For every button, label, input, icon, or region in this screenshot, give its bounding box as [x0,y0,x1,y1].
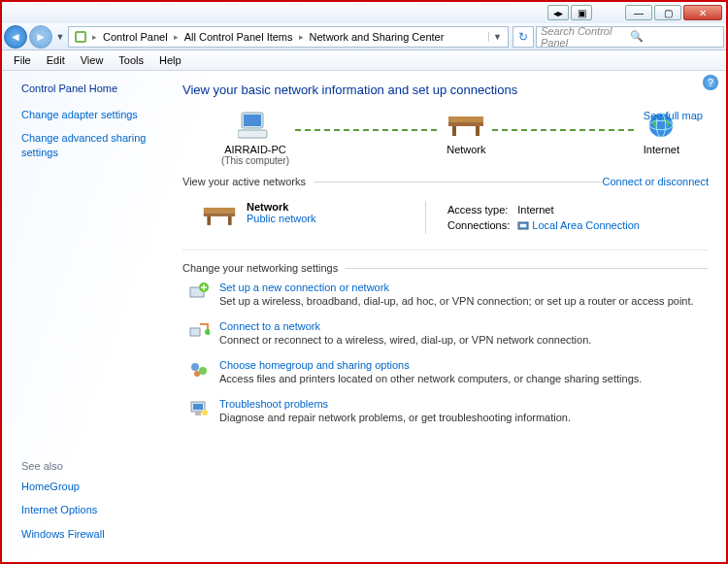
svg-rect-3 [244,115,261,126]
setting-desc: Diagnose and repair network problems, or… [219,412,571,423]
chevron-right-icon: ▸ [90,32,99,42]
breadcrumb-item[interactable]: All Control Panel Items [181,31,297,43]
access-type-value: Internet [517,203,645,216]
close-button[interactable]: ✕ [683,5,722,20]
body: Control Panel Home Change adapter settin… [2,71,726,562]
nic-icon [517,219,529,231]
svg-rect-27 [195,412,201,415]
diagram-node-computer: AIRRAID-PC (This computer) [221,111,289,166]
setting-item: Connect to a network Connect or reconnec… [188,320,709,346]
menu-file[interactable]: File [6,52,39,68]
node-label: Network [447,144,485,155]
main-content: ? View your basic network information an… [173,71,726,562]
refresh-button[interactable]: ↻ [513,26,534,48]
setting-title-link[interactable]: Connect to a network [219,320,591,332]
bench-icon [202,201,237,230]
change-settings-header: Change your networking settings [182,262,709,274]
connection-link[interactable]: Local Area Connection [532,219,640,231]
search-input[interactable]: Search Control Panel 🔍 [536,26,724,48]
active-network-block: Network Public network Access type: Inte… [182,195,709,250]
back-button[interactable]: ◄ [4,25,27,49]
ribbon-btn-2[interactable]: ▣ [571,5,592,20]
svg-rect-14 [207,216,211,225]
svg-rect-26 [193,404,203,410]
svg-rect-17 [520,224,526,227]
diagram-node-network: Network [447,111,485,166]
menubar: File Edit View Tools Help [2,50,726,71]
connect-network-icon [188,320,210,342]
search-placeholder: Search Control Panel [541,25,630,49]
access-type-label: Access type: [447,203,515,216]
menu-help[interactable]: Help [151,52,189,68]
node-label: AIRRAID-PC [224,144,286,155]
breadcrumb-dropdown[interactable]: ▼ [488,32,506,42]
svg-rect-12 [204,208,235,213]
svg-rect-15 [228,216,232,225]
connect-disconnect-link[interactable]: Connect or disconnect [603,176,709,187]
svg-rect-13 [204,213,235,216]
page-title: View your basic network information and … [182,83,709,97]
help-icon[interactable]: ? [703,75,718,90]
svg-rect-8 [476,126,480,136]
homegroup-icon [188,359,210,381]
seealso-internet-options[interactable]: Internet Options [21,503,161,516]
node-label: Internet [644,144,679,155]
chevron-right-icon: ▸ [297,32,306,42]
ribbon-btn-1[interactable]: ◂▸ [547,5,569,20]
svg-point-23 [199,367,207,375]
seealso-homegroup[interactable]: HomeGroup [21,480,161,493]
setting-item: Choose homegroup and sharing options Acc… [188,359,709,384]
network-type-link[interactable]: Public network [247,213,316,224]
setting-title-link[interactable]: Troubleshoot problems [219,398,571,410]
seealso-firewall[interactable]: Windows Firewall [21,527,161,541]
connection-line [295,129,441,131]
sidebar-link-adapter[interactable]: Change adapter settings [21,108,161,121]
active-networks-header: View your active networks Connect or dis… [182,176,709,187]
node-sublabel: (This computer) [221,155,289,166]
control-panel-icon [73,29,88,45]
navbar: ◄ ► ▼ ▸ Control Panel ▸ All Control Pane… [2,23,726,50]
svg-point-22 [191,363,199,371]
connections-label: Connections: [447,218,515,232]
bench-icon [447,111,485,140]
setting-desc: Access files and printers located on oth… [219,373,642,384]
window: ◂▸ ▣ — ▢ ✕ ◄ ► ▼ ▸ Control Panel ▸ All C… [0,0,728,564]
setting-title-link[interactable]: Set up a new connection or network [219,282,694,293]
setting-title-link[interactable]: Choose homegroup and sharing options [219,359,642,371]
breadcrumb[interactable]: ▸ Control Panel ▸ All Control Panel Item… [68,26,509,48]
search-icon[interactable]: 🔍 [630,30,719,43]
breadcrumb-item[interactable]: Control Panel [99,31,172,43]
svg-point-24 [194,371,200,377]
network-diagram: AIRRAID-PC (This computer) Network Inter… [182,111,709,166]
svg-rect-4 [238,130,267,138]
new-connection-icon [188,282,210,303]
network-name: Network [247,201,316,213]
setting-desc: Set up a wireless, broadband, dial-up, a… [219,295,694,307]
menu-view[interactable]: View [73,52,112,68]
menu-tools[interactable]: Tools [111,52,151,68]
connection-line [492,129,638,131]
setting-item: Set up a new connection or network Set u… [188,282,709,307]
sidebar-link-sharing[interactable]: Change advanced sharing settings [21,131,161,159]
history-dropdown[interactable]: ▼ [54,32,66,42]
maximize-button[interactable]: ▢ [654,5,681,20]
svg-rect-5 [448,116,483,122]
section-label: View your active networks [182,176,306,187]
troubleshoot-icon [188,398,210,419]
svg-rect-20 [190,328,200,336]
breadcrumb-item[interactable]: Network and Sharing Center [306,31,448,43]
setting-desc: Connect or reconnect to a wireless, wire… [219,334,591,346]
forward-button[interactable]: ► [29,25,52,49]
sidebar: Control Panel Home Change adapter settin… [2,71,173,562]
svg-rect-1 [77,33,84,41]
minimize-button[interactable]: — [625,5,652,20]
svg-point-21 [205,329,210,335]
see-also-header: See also [21,460,161,472]
setting-item: Troubleshoot problems Diagnose and repai… [188,398,709,423]
titlebar: ◂▸ ▣ — ▢ ✕ [2,2,726,23]
section-label: Change your networking settings [182,262,338,274]
menu-edit[interactable]: Edit [39,52,73,68]
see-full-map-link[interactable]: See full map [644,110,703,121]
control-panel-home-link[interactable]: Control Panel Home [21,83,161,94]
computer-icon [238,111,273,140]
